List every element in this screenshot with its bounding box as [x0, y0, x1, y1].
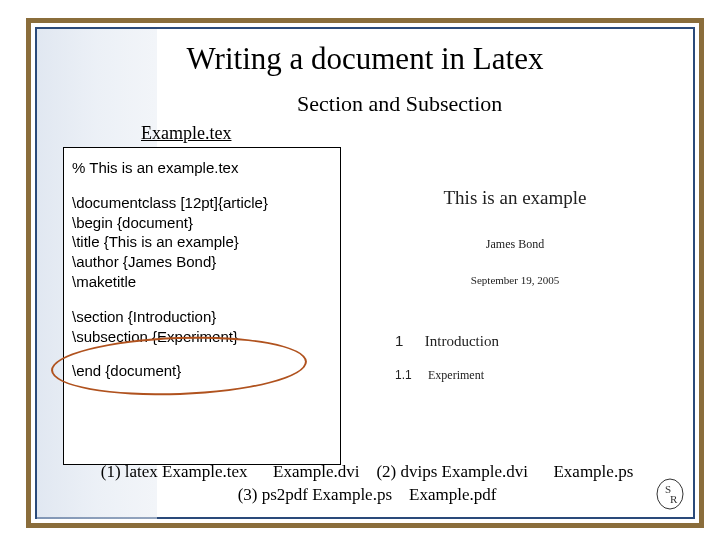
output-subsection: 1.1 Experiment: [395, 368, 663, 383]
sr-logo-icon: SR: [655, 477, 685, 511]
output-date: September 19, 2005: [367, 274, 663, 286]
output-subsection-name: Experiment: [428, 368, 484, 382]
code-line: \begin {document}: [72, 213, 332, 233]
slide-content: Writing a document in Latex Section and …: [37, 29, 693, 517]
code-line: \author {James Bond}: [72, 252, 332, 272]
svg-text:R: R: [670, 493, 678, 505]
output-title: This is an example: [367, 187, 663, 209]
code-line: \title {This is an example}: [72, 232, 332, 252]
latex-source-box: % This is an example.tex \documentclass …: [63, 147, 341, 465]
output-section: 1 Introduction: [395, 332, 663, 350]
slide-frame-inner: Writing a document in Latex Section and …: [35, 27, 695, 519]
code-comment: % This is an example.tex: [72, 158, 332, 178]
code-line: \documentclass [12pt]{article}: [72, 193, 332, 213]
output-section-name: Introduction: [425, 333, 499, 349]
code-line: \section {Introduction}: [72, 307, 332, 327]
latex-output-preview: This is an example James Bond September …: [367, 169, 663, 383]
output-section-number: 1: [395, 332, 421, 349]
example-filename-label: Example.tex: [141, 123, 231, 144]
slide-frame-outer: Writing a document in Latex Section and …: [26, 18, 704, 528]
slide-subtitle: Section and Subsection: [297, 91, 502, 117]
code-line: \maketitle: [72, 272, 332, 292]
steps-line-1: (1) latex Example.tex Example.dvi (2) dv…: [53, 461, 681, 484]
output-subsection-number: 1.1: [395, 368, 425, 382]
output-author: James Bond: [367, 237, 663, 252]
steps-line-2: (3) ps2pdf Example.ps Example.pdf: [53, 484, 681, 507]
slide-title: Writing a document in Latex: [37, 41, 693, 77]
compilation-steps: (1) latex Example.tex Example.dvi (2) dv…: [53, 461, 681, 507]
